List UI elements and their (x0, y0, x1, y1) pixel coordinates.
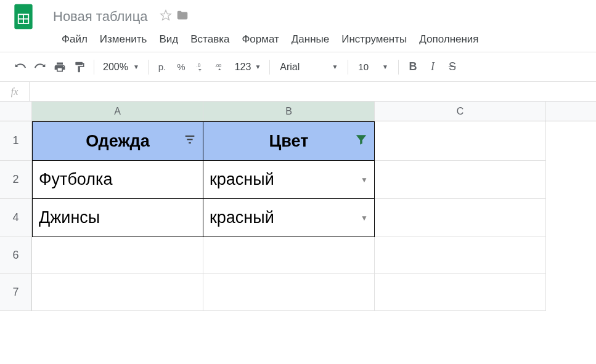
row-header[interactable]: 7 (0, 274, 32, 311)
column-header-c[interactable]: C (375, 102, 546, 121)
cell[interactable] (375, 121, 546, 161)
cell-text: красный (210, 170, 274, 189)
chevron-down-icon: ▼ (332, 63, 338, 70)
cell[interactable] (375, 237, 546, 274)
formula-input[interactable] (30, 82, 596, 101)
undo-button[interactable] (11, 58, 30, 76)
header-cell-color[interactable]: Цвет (203, 121, 375, 161)
table-row: 2 Футболка красный ▼ (0, 161, 596, 199)
menu-file[interactable]: Файл (53, 31, 94, 48)
cell-text: Цвет (269, 132, 309, 151)
svg-text:.00: .00 (215, 63, 221, 68)
row-header[interactable]: 6 (0, 237, 32, 274)
table-row: 4 Джинсы красный ▼ (0, 199, 596, 237)
chevron-down-icon[interactable]: ▼ (361, 214, 368, 222)
cell[interactable]: красный ▼ (203, 199, 375, 237)
chevron-down-icon: ▼ (382, 63, 388, 70)
currency-button[interactable]: р. (153, 62, 171, 72)
column-header-b[interactable]: B (203, 102, 375, 121)
font-select[interactable]: Arial▼ (275, 62, 343, 73)
cell[interactable]: Джинсы (32, 199, 203, 237)
menu-addons[interactable]: Дополнения (413, 31, 484, 48)
number-format-select[interactable]: 123▼ (231, 62, 265, 73)
row-header[interactable]: 2 (0, 161, 32, 199)
menu-data[interactable]: Данные (285, 31, 335, 48)
cell-text: Одежда (86, 132, 149, 151)
menu-view[interactable]: Вид (153, 31, 184, 48)
star-icon[interactable] (160, 9, 172, 24)
toolbar: 200%▼ р. % .0 .00 123▼ Arial▼ 10▼ B I S (0, 52, 596, 82)
cell[interactable]: Футболка (32, 161, 203, 199)
decrease-decimal-button[interactable]: .0 (192, 58, 210, 76)
menubar: Файл Изменить Вид Вставка Формат Данные … (0, 28, 596, 52)
increase-decimal-button[interactable]: .00 (211, 58, 230, 76)
svg-text:.0: .0 (196, 62, 200, 68)
menu-format[interactable]: Формат (235, 31, 285, 48)
row-header[interactable]: 1 (0, 121, 32, 161)
chevron-down-icon: ▼ (255, 63, 261, 70)
zoom-select[interactable]: 200%▼ (99, 62, 143, 73)
row-header[interactable]: 4 (0, 199, 32, 237)
cell[interactable] (375, 274, 546, 311)
cell-text: Футболка (39, 170, 112, 189)
cell[interactable] (203, 274, 375, 311)
chevron-down-icon[interactable]: ▼ (361, 176, 368, 184)
table-row: 6 (0, 237, 596, 274)
strikethrough-button[interactable]: S (443, 58, 462, 76)
percent-button[interactable]: % (172, 62, 190, 72)
font-size-select[interactable]: 10▼ (353, 62, 393, 72)
cell[interactable]: красный ▼ (203, 161, 375, 199)
menu-insert[interactable]: Вставка (184, 31, 235, 48)
fx-icon: fx (0, 82, 30, 101)
print-button[interactable] (51, 58, 69, 76)
select-all-corner[interactable] (0, 102, 32, 121)
redo-button[interactable] (31, 58, 49, 76)
doc-title[interactable]: Новая таблица (53, 9, 147, 25)
header-cell-clothes[interactable]: Одежда (32, 121, 203, 161)
menu-edit[interactable]: Изменить (94, 31, 153, 48)
bold-button[interactable]: B (404, 58, 422, 76)
paint-format-button[interactable] (70, 58, 89, 76)
cell[interactable] (203, 237, 375, 274)
sheets-logo-icon (11, 4, 36, 29)
chevron-down-icon: ▼ (133, 63, 139, 70)
menu-tools[interactable]: Инструменты (335, 31, 413, 48)
cell[interactable] (375, 161, 546, 199)
cell-text: красный (210, 208, 274, 227)
folder-icon[interactable] (176, 9, 189, 25)
svg-marker-4 (161, 10, 171, 20)
table-row: 7 (0, 274, 596, 311)
spreadsheet-grid: A B C 1 Одежда Цвет 2 Футболка (0, 102, 596, 311)
italic-button[interactable]: I (423, 58, 442, 76)
cell[interactable] (32, 237, 203, 274)
cell[interactable] (375, 199, 546, 237)
formula-bar: fx (0, 82, 596, 102)
cell[interactable] (32, 274, 203, 311)
table-row: 1 Одежда Цвет (0, 121, 596, 161)
cell-text: Джинсы (39, 208, 100, 227)
filter-active-icon[interactable] (354, 132, 368, 151)
filter-icon[interactable] (183, 132, 197, 151)
column-header-a[interactable]: A (32, 102, 203, 121)
